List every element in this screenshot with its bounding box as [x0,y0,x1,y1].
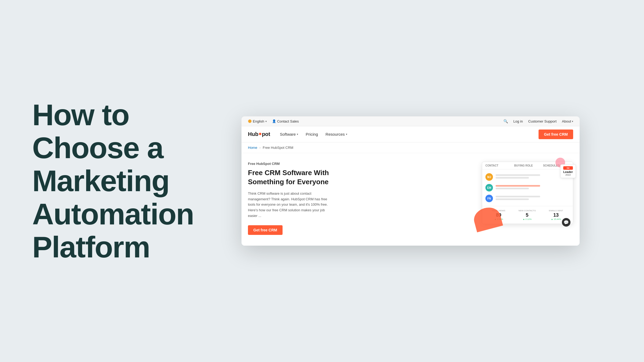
stat-new-contacts-change: ▲ 2.12% [518,218,536,220]
nav-software[interactable]: Software ▾ [280,132,298,136]
row-1-line-1 [496,174,540,176]
stat-emails-sent-label: EMAILS SENT [549,209,563,212]
login-link[interactable]: Log in [513,119,523,123]
stat-emails-sent-change: ▲ 15.44% [549,218,563,220]
crm-headline: Free CRM Software With Something for Eve… [248,168,475,187]
dashboard-col-buying-role: BUYING ROLE [514,164,541,167]
avatar-fn: FN [485,195,493,202]
title-line-3: Automation [32,197,194,231]
get-crm-content-button[interactable]: Get free CRM [248,225,283,235]
search-icon[interactable]: 🔍 [503,119,508,123]
nav-resources[interactable]: Resources ▾ [325,132,347,136]
breadcrumb-home[interactable]: Home [248,146,257,150]
content-section-label: Free HubSpot CRM [248,162,475,166]
stat-new-contacts-label: NEW CONTACTS [518,209,536,212]
row-3-line-2 [496,198,529,200]
about-label: About [562,119,571,123]
dashboard-row-2: EM [482,182,573,193]
content-right: CONTACT BUYING ROLE SCHEDULED MJ [482,162,573,224]
globe-icon [248,119,252,123]
hubspot-logo[interactable]: Hub pot [248,131,270,137]
about-dropdown[interactable]: About ▾ [562,119,573,123]
breadcrumb-separator-icon: › [259,146,261,150]
content-left: Free HubSpot CRM Free CRM Software With … [248,162,475,246]
breadcrumb-current: Free HubSpot CRM [263,146,293,150]
row-1-content [496,174,570,180]
utility-left: English ▾ 👤 Contact Sales [248,119,299,123]
main-title: How to Choose a Marketing Automation Pla… [32,98,188,264]
g2-year: 2022 [563,173,573,176]
left-section: How to Choose a Marketing Automation Pla… [32,98,188,264]
crm-description: Think CRM software is just about contact… [248,191,334,219]
content-area: Free HubSpot CRM Free CRM Software With … [241,153,580,246]
nav-pricing[interactable]: Pricing [306,132,318,136]
row-3-content [496,196,570,201]
browser-window: English ▾ 👤 Contact Sales 🔍 Log in Custo… [241,116,580,246]
get-crm-nav-button[interactable]: Get free CRM [539,130,573,139]
row-1-line-2 [496,177,529,179]
contact-sales-label: Contact Sales [277,119,299,123]
resources-label: Resources [325,132,345,136]
software-chevron-icon: ▾ [297,133,298,136]
software-label: Software [280,132,296,136]
logo-dot [259,133,261,135]
customer-support-link[interactable]: Customer Support [528,119,557,123]
user-icon: 👤 [272,119,276,123]
contact-sales-link[interactable]: 👤 Contact Sales [272,119,299,123]
headline-line-2: Something for Everyone [248,178,329,186]
stat-new-contacts: NEW CONTACTS 5 ▲ 2.12% [518,209,536,220]
row-2-line-1 [496,185,540,187]
about-chevron-icon: ▾ [572,120,573,123]
resources-chevron-icon: ▾ [346,133,347,136]
stat-new-contacts-value: 5 [518,212,536,218]
g2-leader-text: Leader [563,170,573,173]
right-section: English ▾ 👤 Contact Sales 🔍 Log in Custo… [209,116,612,246]
nav-left: Hub pot Software ▾ Pricing Resou [248,131,347,137]
row-2-line-2 [496,188,529,189]
title-line-2: Marketing [32,164,169,198]
avatar-em: EM [485,184,493,191]
title-line-4: Platform [32,230,150,264]
page-container: How to Choose a Marketing Automation Pla… [0,0,644,362]
dashboard-rows: MJ EM [482,169,573,206]
row-3-line-1 [496,196,540,197]
title-line-1: How to Choose a [32,98,163,165]
avatar-mj: MJ [485,173,493,181]
logo-text: Hub [248,131,258,137]
stat-emails-sent: EMAILS SENT 13 ▲ 15.44% [549,209,563,220]
headline-line-1: Free CRM Software With [248,169,329,177]
dashboard-col-contact: CONTACT [485,164,512,167]
stat-emails-sent-value: 13 [549,212,563,218]
g2-badge-label: G2 [563,166,573,170]
lang-chevron-icon: ▾ [265,120,267,123]
row-2-content [496,185,570,190]
utility-right: 🔍 Log in Customer Support About ▾ [503,119,573,123]
dashboard-row-1: MJ [482,172,573,182]
breadcrumb: Home › Free HubSpot CRM [241,142,580,153]
nav-items: Software ▾ Pricing Resources ▾ [280,132,347,136]
dashboard-row-3: FN [482,193,573,204]
language-selector[interactable]: English ▾ [248,119,267,123]
g2-leader-badge: G2 Leader 2022 [560,164,576,178]
utility-bar: English ▾ 👤 Contact Sales 🔍 Log in Custo… [241,116,580,126]
language-label: English [253,119,264,123]
pricing-label: Pricing [306,132,318,136]
logo-text-2: pot [262,131,270,137]
chat-bubble-icon[interactable]: 💬 [562,218,570,227]
main-nav: Hub pot Software ▾ Pricing Resou [241,126,580,142]
